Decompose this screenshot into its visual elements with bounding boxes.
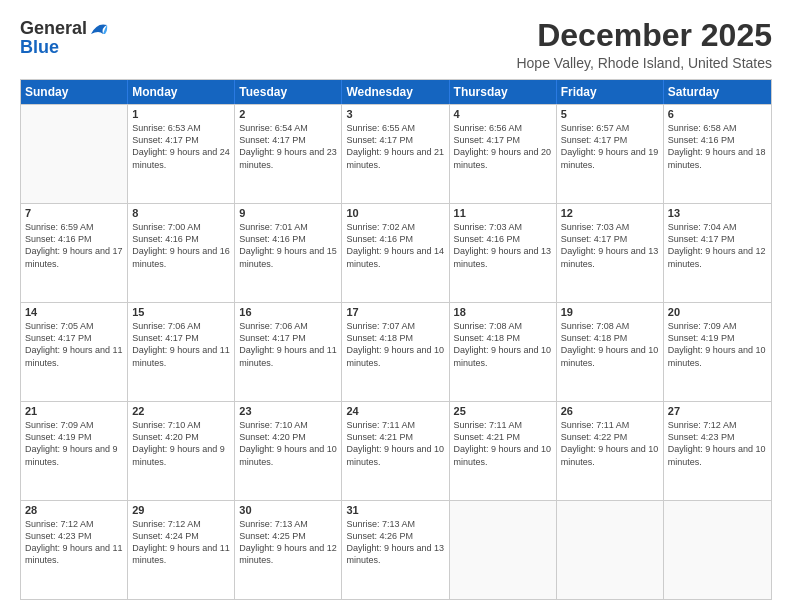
calendar-header-sunday: Sunday	[21, 80, 128, 104]
day-info: Sunrise: 7:00 AM Sunset: 4:16 PM Dayligh…	[132, 221, 230, 270]
day-number: 19	[561, 306, 659, 318]
day-info: Sunrise: 7:10 AM Sunset: 4:20 PM Dayligh…	[239, 419, 337, 468]
day-number: 13	[668, 207, 767, 219]
day-info: Sunrise: 7:04 AM Sunset: 4:17 PM Dayligh…	[668, 221, 767, 270]
calendar-row-5: 28Sunrise: 7:12 AM Sunset: 4:23 PM Dayli…	[21, 500, 771, 599]
day-number: 30	[239, 504, 337, 516]
logo-blue-text: Blue	[20, 37, 59, 58]
calendar-cell: 22Sunrise: 7:10 AM Sunset: 4:20 PM Dayli…	[128, 402, 235, 500]
day-number: 21	[25, 405, 123, 417]
calendar-cell: 9Sunrise: 7:01 AM Sunset: 4:16 PM Daylig…	[235, 204, 342, 302]
day-info: Sunrise: 6:59 AM Sunset: 4:16 PM Dayligh…	[25, 221, 123, 270]
day-number: 14	[25, 306, 123, 318]
day-info: Sunrise: 6:56 AM Sunset: 4:17 PM Dayligh…	[454, 122, 552, 171]
calendar-cell: 1Sunrise: 6:53 AM Sunset: 4:17 PM Daylig…	[128, 105, 235, 203]
logo: General Blue	[20, 18, 109, 58]
calendar-cell: 24Sunrise: 7:11 AM Sunset: 4:21 PM Dayli…	[342, 402, 449, 500]
calendar-header-monday: Monday	[128, 80, 235, 104]
day-number: 16	[239, 306, 337, 318]
calendar-cell: 15Sunrise: 7:06 AM Sunset: 4:17 PM Dayli…	[128, 303, 235, 401]
day-number: 4	[454, 108, 552, 120]
day-number: 15	[132, 306, 230, 318]
calendar-cell: 30Sunrise: 7:13 AM Sunset: 4:25 PM Dayli…	[235, 501, 342, 599]
day-info: Sunrise: 7:09 AM Sunset: 4:19 PM Dayligh…	[25, 419, 123, 468]
day-number: 7	[25, 207, 123, 219]
calendar-row-1: 1Sunrise: 6:53 AM Sunset: 4:17 PM Daylig…	[21, 104, 771, 203]
day-number: 6	[668, 108, 767, 120]
calendar-cell: 18Sunrise: 7:08 AM Sunset: 4:18 PM Dayli…	[450, 303, 557, 401]
day-number: 17	[346, 306, 444, 318]
day-info: Sunrise: 7:05 AM Sunset: 4:17 PM Dayligh…	[25, 320, 123, 369]
calendar-cell: 23Sunrise: 7:10 AM Sunset: 4:20 PM Dayli…	[235, 402, 342, 500]
page-subtitle: Hope Valley, Rhode Island, United States	[516, 55, 772, 71]
day-info: Sunrise: 6:53 AM Sunset: 4:17 PM Dayligh…	[132, 122, 230, 171]
day-info: Sunrise: 7:11 AM Sunset: 4:21 PM Dayligh…	[346, 419, 444, 468]
day-number: 23	[239, 405, 337, 417]
page-title: December 2025	[516, 18, 772, 53]
day-info: Sunrise: 7:01 AM Sunset: 4:16 PM Dayligh…	[239, 221, 337, 270]
day-number: 11	[454, 207, 552, 219]
day-number: 8	[132, 207, 230, 219]
day-number: 1	[132, 108, 230, 120]
day-info: Sunrise: 7:03 AM Sunset: 4:17 PM Dayligh…	[561, 221, 659, 270]
calendar-cell: 13Sunrise: 7:04 AM Sunset: 4:17 PM Dayli…	[664, 204, 771, 302]
calendar-cell: 25Sunrise: 7:11 AM Sunset: 4:21 PM Dayli…	[450, 402, 557, 500]
calendar-cell: 21Sunrise: 7:09 AM Sunset: 4:19 PM Dayli…	[21, 402, 128, 500]
day-number: 5	[561, 108, 659, 120]
logo-general-text: General	[20, 18, 87, 39]
day-number: 22	[132, 405, 230, 417]
day-info: Sunrise: 7:09 AM Sunset: 4:19 PM Dayligh…	[668, 320, 767, 369]
day-info: Sunrise: 7:12 AM Sunset: 4:23 PM Dayligh…	[668, 419, 767, 468]
day-number: 29	[132, 504, 230, 516]
logo-bird-icon	[89, 20, 109, 38]
calendar-header-tuesday: Tuesday	[235, 80, 342, 104]
calendar-cell: 5Sunrise: 6:57 AM Sunset: 4:17 PM Daylig…	[557, 105, 664, 203]
day-info: Sunrise: 7:12 AM Sunset: 4:23 PM Dayligh…	[25, 518, 123, 567]
day-info: Sunrise: 6:55 AM Sunset: 4:17 PM Dayligh…	[346, 122, 444, 171]
day-number: 9	[239, 207, 337, 219]
calendar-cell: 17Sunrise: 7:07 AM Sunset: 4:18 PM Dayli…	[342, 303, 449, 401]
day-number: 3	[346, 108, 444, 120]
day-info: Sunrise: 7:11 AM Sunset: 4:22 PM Dayligh…	[561, 419, 659, 468]
calendar-cell: 31Sunrise: 7:13 AM Sunset: 4:26 PM Dayli…	[342, 501, 449, 599]
calendar-cell: 6Sunrise: 6:58 AM Sunset: 4:16 PM Daylig…	[664, 105, 771, 203]
calendar-header: SundayMondayTuesdayWednesdayThursdayFrid…	[21, 80, 771, 104]
day-number: 12	[561, 207, 659, 219]
day-info: Sunrise: 6:58 AM Sunset: 4:16 PM Dayligh…	[668, 122, 767, 171]
day-info: Sunrise: 7:12 AM Sunset: 4:24 PM Dayligh…	[132, 518, 230, 567]
day-info: Sunrise: 6:54 AM Sunset: 4:17 PM Dayligh…	[239, 122, 337, 171]
calendar-header-wednesday: Wednesday	[342, 80, 449, 104]
calendar-cell: 19Sunrise: 7:08 AM Sunset: 4:18 PM Dayli…	[557, 303, 664, 401]
title-block: December 2025 Hope Valley, Rhode Island,…	[516, 18, 772, 71]
day-number: 26	[561, 405, 659, 417]
calendar-cell	[21, 105, 128, 203]
calendar-cell: 14Sunrise: 7:05 AM Sunset: 4:17 PM Dayli…	[21, 303, 128, 401]
day-info: Sunrise: 7:10 AM Sunset: 4:20 PM Dayligh…	[132, 419, 230, 468]
day-info: Sunrise: 6:57 AM Sunset: 4:17 PM Dayligh…	[561, 122, 659, 171]
day-info: Sunrise: 7:03 AM Sunset: 4:16 PM Dayligh…	[454, 221, 552, 270]
calendar-cell	[557, 501, 664, 599]
calendar-cell: 11Sunrise: 7:03 AM Sunset: 4:16 PM Dayli…	[450, 204, 557, 302]
calendar-cell	[664, 501, 771, 599]
calendar-cell: 4Sunrise: 6:56 AM Sunset: 4:17 PM Daylig…	[450, 105, 557, 203]
day-info: Sunrise: 7:07 AM Sunset: 4:18 PM Dayligh…	[346, 320, 444, 369]
calendar-cell: 8Sunrise: 7:00 AM Sunset: 4:16 PM Daylig…	[128, 204, 235, 302]
day-info: Sunrise: 7:08 AM Sunset: 4:18 PM Dayligh…	[454, 320, 552, 369]
day-info: Sunrise: 7:11 AM Sunset: 4:21 PM Dayligh…	[454, 419, 552, 468]
day-number: 2	[239, 108, 337, 120]
day-info: Sunrise: 7:06 AM Sunset: 4:17 PM Dayligh…	[239, 320, 337, 369]
calendar-cell: 26Sunrise: 7:11 AM Sunset: 4:22 PM Dayli…	[557, 402, 664, 500]
calendar-header-friday: Friday	[557, 80, 664, 104]
calendar-cell: 7Sunrise: 6:59 AM Sunset: 4:16 PM Daylig…	[21, 204, 128, 302]
day-info: Sunrise: 7:02 AM Sunset: 4:16 PM Dayligh…	[346, 221, 444, 270]
day-info: Sunrise: 7:08 AM Sunset: 4:18 PM Dayligh…	[561, 320, 659, 369]
calendar-cell: 16Sunrise: 7:06 AM Sunset: 4:17 PM Dayli…	[235, 303, 342, 401]
calendar-cell	[450, 501, 557, 599]
day-number: 20	[668, 306, 767, 318]
day-number: 18	[454, 306, 552, 318]
day-number: 31	[346, 504, 444, 516]
page-header: General Blue December 2025 Hope Valley, …	[20, 18, 772, 71]
calendar-row-3: 14Sunrise: 7:05 AM Sunset: 4:17 PM Dayli…	[21, 302, 771, 401]
day-number: 25	[454, 405, 552, 417]
calendar-cell: 27Sunrise: 7:12 AM Sunset: 4:23 PM Dayli…	[664, 402, 771, 500]
